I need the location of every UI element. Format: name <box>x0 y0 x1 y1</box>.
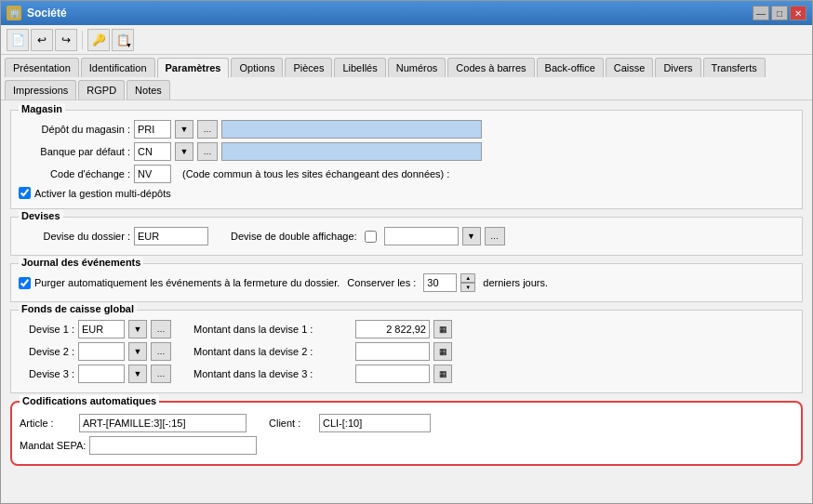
depot-dropdown[interactable]: ▼ <box>175 120 193 139</box>
banque-label: Banque par défaut : <box>19 146 130 157</box>
tab-divers[interactable]: Divers <box>655 58 700 77</box>
toolbar-btn-undo[interactable]: ↩ <box>31 29 53 51</box>
fonds-caisse-section: Fonds de caisse global Devise 1 : ▼ … Mo… <box>10 310 803 393</box>
tabs-bar: Présentation Identification Paramètres O… <box>1 55 812 100</box>
depot-label: Dépôt du magasin : <box>19 124 130 135</box>
conserver-spinner[interactable]: ▲ ▼ <box>460 273 475 292</box>
fonds-devise1-label: Devise 1 : <box>19 324 74 335</box>
code-echange-label: Code d'échange : <box>19 168 130 179</box>
fonds-montant1-calc[interactable]: ▦ <box>433 320 452 338</box>
code-echange-row: Code d'échange : (Code commun à tous les… <box>19 165 794 183</box>
client-label: Client : <box>269 418 315 429</box>
codif-mandat-row: Mandat SEPA: <box>20 436 793 455</box>
minimize-button[interactable]: — <box>753 6 769 20</box>
banque-row: Banque par défaut : ▼ … CREDIT NANTAIS <box>19 142 794 161</box>
tab-parametres[interactable]: Paramètres <box>157 58 230 78</box>
tab-caisse[interactable]: Caisse <box>606 58 654 77</box>
toolbar-btn-list[interactable]: 📋▼ <box>112 29 134 51</box>
purge-checkbox[interactable] <box>19 277 31 289</box>
maximize-button[interactable]: □ <box>771 6 788 20</box>
close-button[interactable]: ✕ <box>790 6 806 20</box>
journal-section: Journal des événements Purger automatiqu… <box>10 263 803 302</box>
journal-row: Purger automatiquement les événements à … <box>19 273 794 292</box>
codifications-section: Codifications automatiques Article : Cli… <box>10 401 803 466</box>
devise-dossier-label: Devise du dossier : <box>19 231 130 242</box>
multi-depots-row: Activer la gestion multi-dépôts <box>19 187 794 199</box>
window-icon: 🏢 <box>7 6 21 20</box>
magasin-section: Magasin Dépôt du magasin : ▼ … Magasin d… <box>10 110 803 209</box>
fonds-montant2-input[interactable] <box>355 342 430 361</box>
toolbar-btn-key[interactable]: 🔑 <box>87 29 110 51</box>
tab-presentation[interactable]: Présentation <box>5 58 79 77</box>
fonds-devise3-dropdown[interactable]: ▼ <box>128 365 147 383</box>
multi-depots-checkbox[interactable] <box>19 187 31 199</box>
depot-browse[interactable]: … <box>197 120 218 139</box>
content-area: Magasin Dépôt du magasin : ▼ … Magasin d… <box>1 100 812 503</box>
tab-transferts[interactable]: Transferts <box>703 58 766 77</box>
toolbar-separator <box>82 31 83 49</box>
mandat-label: Mandat SEPA: <box>20 440 86 451</box>
toolbar-btn-1[interactable]: 📄 <box>7 29 29 51</box>
conserver-label: Conserver les : <box>347 277 416 288</box>
devise-double-browse[interactable]: … <box>485 227 505 245</box>
depot-code-input[interactable] <box>134 120 171 139</box>
fonds-devise2-input[interactable] <box>78 342 125 361</box>
multi-depots-label: Activer la gestion multi-dépôts <box>34 188 171 199</box>
depot-name-input[interactable]: Magasin de Nantes <box>221 120 482 139</box>
tab-codes-barres[interactable]: Codes à barres <box>447 58 534 77</box>
fonds-devise1-input[interactable] <box>78 320 125 338</box>
codif-article-row: Article : Client : <box>20 414 793 432</box>
spinner-down[interactable]: ▼ <box>460 283 475 292</box>
tab-back-office[interactable]: Back-office <box>537 58 604 77</box>
tab-impressions[interactable]: Impressions <box>5 80 76 99</box>
spinner-up[interactable]: ▲ <box>460 273 475 283</box>
magasin-title: Magasin <box>19 103 65 114</box>
fonds-devise3-input[interactable] <box>78 365 125 383</box>
fonds-montant2-label: Montant dans la devise 2 : <box>193 346 352 357</box>
fonds-montant3-input[interactable] <box>355 365 430 383</box>
tab-options[interactable]: Options <box>231 58 283 77</box>
fonds-montant1-input[interactable] <box>355 320 430 338</box>
devise-dossier-input[interactable] <box>134 227 208 245</box>
conserver-input[interactable] <box>423 273 457 292</box>
tab-rgpd[interactable]: RGPD <box>78 80 125 99</box>
fonds-montant2-calc[interactable]: ▦ <box>433 342 452 361</box>
article-input[interactable] <box>79 414 247 432</box>
banque-browse[interactable]: … <box>197 142 218 161</box>
fonds-devise1-browse[interactable]: … <box>151 320 171 338</box>
fonds-devise3-row: Devise 3 : ▼ … Montant dans la devise 3 … <box>19 365 794 383</box>
tab-notes[interactable]: Notes <box>127 80 170 99</box>
banque-code-input[interactable] <box>134 142 171 161</box>
journal-title: Journal des événements <box>19 257 143 268</box>
tab-libelles[interactable]: Libellés <box>334 58 385 77</box>
banque-dropdown[interactable]: ▼ <box>175 142 193 161</box>
depot-row: Dépôt du magasin : ▼ … Magasin de Nantes <box>19 120 794 139</box>
fonds-montant3-label: Montant dans la devise 3 : <box>193 368 352 379</box>
devise-double-checkbox[interactable] <box>365 231 377 243</box>
toolbar: 📄 ↩ ↪ 🔑 📋▼ <box>1 25 812 55</box>
fonds-montant3-calc[interactable]: ▦ <box>433 365 452 383</box>
client-input[interactable] <box>319 414 431 432</box>
devise-double-dropdown[interactable]: ▼ <box>462 227 481 245</box>
devise-double-input[interactable] <box>384 227 459 245</box>
fonds-devise2-dropdown[interactable]: ▼ <box>128 342 147 361</box>
fonds-devise2-browse[interactable]: … <box>151 342 171 361</box>
tab-pieces[interactable]: Pièces <box>285 58 332 77</box>
toolbar-btn-redo[interactable]: ↪ <box>55 29 77 51</box>
fonds-devise3-label: Devise 3 : <box>19 368 74 379</box>
window-controls: — □ ✕ <box>753 6 806 20</box>
tab-identification[interactable]: Identification <box>81 58 155 77</box>
devises-title: Devises <box>19 210 63 221</box>
mandat-input[interactable] <box>89 436 257 455</box>
fonds-devise1-dropdown[interactable]: ▼ <box>128 320 147 338</box>
codifications-title: Codifications automatiques <box>20 395 159 406</box>
purge-label: Purger automatiquement les événements à … <box>34 277 340 288</box>
code-echange-desc: (Code commun à tous les sites échangeant… <box>182 168 449 179</box>
tab-numeros[interactable]: Numéros <box>388 58 446 77</box>
fonds-caisse-title: Fonds de caisse global <box>19 303 137 314</box>
devises-row: Devise du dossier : Devise de double aff… <box>19 227 794 245</box>
devises-section: Devises Devise du dossier : Devise de do… <box>10 217 803 256</box>
fonds-devise3-browse[interactable]: … <box>151 365 171 383</box>
code-echange-input[interactable] <box>134 165 171 183</box>
banque-name-input[interactable]: CREDIT NANTAIS <box>221 142 482 161</box>
